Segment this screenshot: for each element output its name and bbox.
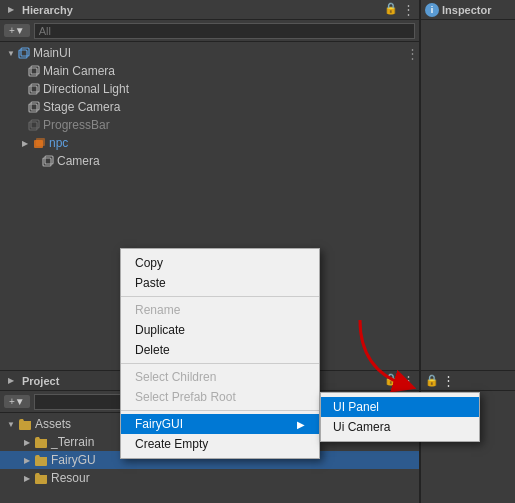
folder-icon (34, 435, 48, 449)
cube-icon (18, 47, 30, 59)
tree-label-assets: Assets (35, 417, 71, 431)
tree-item-mainui[interactable]: ▼ MainUI ⋮ (0, 44, 419, 62)
cube-icon (28, 119, 40, 131)
project-add-button[interactable]: +▼ (4, 395, 30, 408)
context-menu: Copy Paste Rename Duplicate Delete Selec… (120, 248, 320, 459)
tree-item-dirlight[interactable]: Directional Light (0, 80, 419, 98)
more-icon-br[interactable]: ⋮ (442, 373, 455, 388)
svg-rect-3 (31, 66, 39, 74)
svg-rect-9 (31, 120, 39, 128)
ctx-copy[interactable]: Copy (121, 253, 319, 273)
expand-arrow: ▼ (4, 46, 18, 60)
npc-icon (32, 136, 46, 150)
lock-icon-project[interactable]: 🔒 (384, 373, 398, 388)
ctx-paste[interactable]: Paste (121, 273, 319, 293)
tree-item-stagecamera[interactable]: Stage Camera (0, 98, 419, 116)
folder-icon (18, 417, 32, 431)
lock-icon[interactable]: 🔒 (384, 2, 398, 17)
ctx-select-prefab: Select Prefab Root (121, 387, 319, 407)
mainui-more[interactable]: ⋮ (406, 46, 419, 61)
cube-icon (42, 155, 54, 167)
bottom-right-header: 🔒 ⋮ (421, 371, 515, 391)
expand-arrow: ▶ (20, 453, 34, 467)
cube-icon (28, 83, 40, 95)
ctx-fairygui[interactable]: FairyGUI ▶ (121, 414, 319, 434)
hierarchy-tree: ▼ MainUI ⋮ Main Camera Directional Light (0, 42, 419, 172)
tree-item-progressbar[interactable]: ProgressBar (0, 116, 419, 134)
tree-label-mainui: MainUI (33, 46, 71, 60)
expand-arrow-npc: ▶ (18, 136, 32, 150)
ctx-duplicate[interactable]: Duplicate (121, 320, 319, 340)
hierarchy-title: Hierarchy (22, 4, 380, 16)
folder-icon (34, 453, 48, 467)
project-actions: 🔒 ⋮ (384, 373, 415, 388)
svg-rect-1 (21, 48, 29, 56)
add-button[interactable]: +▼ (4, 24, 30, 37)
ctx-delete[interactable]: Delete (121, 340, 319, 360)
tree-label-camera: Camera (57, 154, 100, 168)
tree-label-terrain: _Terrain (51, 435, 94, 449)
ctx-select-children: Select Children (121, 367, 319, 387)
ctx-sep-1 (121, 296, 319, 297)
svg-rect-0 (19, 50, 27, 58)
svg-rect-5 (31, 84, 39, 92)
ctx-sep-3 (121, 410, 319, 411)
expand-arrow: ▶ (20, 435, 34, 449)
tree-item-maincamera[interactable]: Main Camera (0, 62, 419, 80)
svg-rect-4 (29, 86, 37, 94)
ctx-create-empty[interactable]: Create Empty (121, 434, 319, 454)
inspector-title: Inspector (442, 4, 492, 16)
tree-label-maincamera: Main Camera (43, 64, 115, 78)
fairygui-submenu: UI Panel Ui Camera (320, 392, 480, 442)
tree-label-dirlight: Directional Light (43, 82, 129, 96)
folder-icon (34, 471, 48, 485)
info-icon: i (425, 3, 439, 17)
tree-label-fairygu: FairyGU (51, 453, 96, 467)
svg-rect-2 (29, 68, 37, 76)
submenu-ui-camera[interactable]: Ui Camera (321, 417, 479, 437)
hierarchy-header: ▶ Hierarchy 🔒 ⋮ (0, 0, 419, 20)
submenu-arrow: ▶ (297, 419, 305, 430)
more-icon[interactable]: ⋮ (402, 2, 415, 17)
tree-item-resour[interactable]: ▶ Resour (0, 469, 419, 487)
svg-rect-11 (36, 138, 45, 146)
tree-label-npc: npc (49, 136, 68, 150)
svg-rect-7 (31, 102, 39, 110)
tree-item-npc[interactable]: ▶ npc (0, 134, 419, 152)
hierarchy-search-bar: +▼ (0, 20, 419, 42)
tree-label-progressbar: ProgressBar (43, 118, 110, 132)
expand-icon: ▶ (4, 374, 18, 388)
submenu-ui-panel[interactable]: UI Panel (321, 397, 479, 417)
inspector-panel: i Inspector (420, 0, 515, 370)
svg-rect-6 (29, 104, 37, 112)
svg-rect-8 (29, 122, 37, 130)
more-icon-project[interactable]: ⋮ (402, 373, 415, 388)
expand-arrow: ▶ (20, 471, 34, 485)
cube-icon (28, 65, 40, 77)
tree-label-resour: Resour (51, 471, 90, 485)
expand-arrow: ▼ (4, 417, 18, 431)
search-input[interactable] (34, 23, 415, 39)
inspector-header: i Inspector (421, 0, 515, 20)
cube-icon (28, 101, 40, 113)
expand-icon: ▶ (4, 3, 18, 17)
ctx-rename: Rename (121, 300, 319, 320)
tree-label-stagecamera: Stage Camera (43, 100, 120, 114)
lock-icon-br[interactable]: 🔒 (425, 374, 439, 387)
hierarchy-actions: 🔒 ⋮ (384, 2, 415, 17)
svg-rect-12 (43, 158, 51, 166)
tree-item-camera[interactable]: Camera (0, 152, 419, 170)
ctx-sep-2 (121, 363, 319, 364)
svg-rect-13 (45, 156, 53, 164)
